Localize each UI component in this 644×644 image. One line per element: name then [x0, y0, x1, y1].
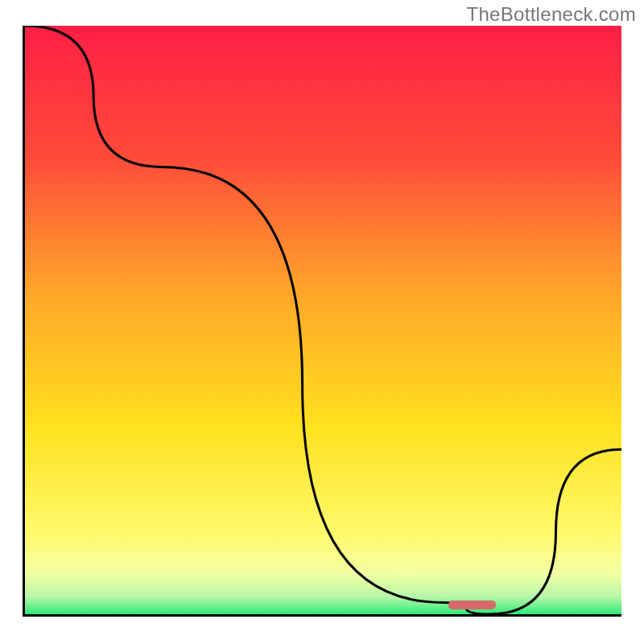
chart-frame: TheBottleneck.com: [0, 0, 644, 644]
optimal-range-marker: [448, 601, 496, 609]
curve-svg: [25, 26, 621, 614]
watermark-text: TheBottleneck.com: [466, 3, 636, 26]
plot-area: [23, 26, 621, 617]
